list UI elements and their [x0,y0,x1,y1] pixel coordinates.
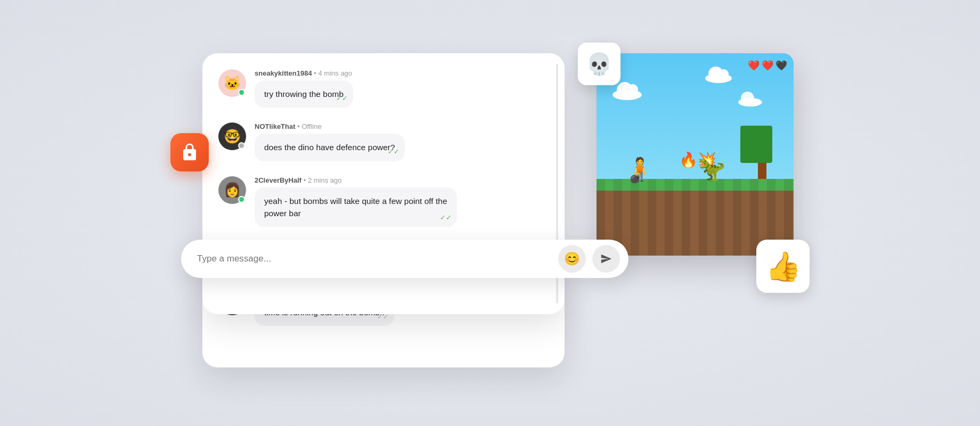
message-row: 🤓 NOTlikeThat • Offline does the dino ha… [218,122,549,161]
avatar-wrap: 👩 [218,176,246,204]
avatar-wrap: 🐱 [218,69,246,97]
username: sneakykitten1984 [255,69,312,77]
message-time-value: 2 mins ago [308,176,342,184]
message-time-value: 4 mins ago [318,69,352,77]
message-row: 🐱 sneakykitten1984 • 4 mins ago try thro… [218,69,549,108]
online-indicator [238,196,245,203]
heart-3: 🖤 [775,60,787,71]
skull-card: 💀 [578,43,620,85]
lock-button[interactable] [170,133,209,171]
message-text: does the dino have defence power? [264,143,395,152]
message-content: 2CleverByHalf • 2 mins ago yeah - but bo… [255,176,549,227]
game-screen: ❤️ ❤️ 🖤 🧍 💣 🔥💥 🦖 [597,53,794,256]
message-meta: sneakykitten1984 • 4 mins ago [255,69,549,77]
message-text: try throwing the bomb [264,89,344,99]
message-meta: NOTlikeThat • Offline [255,122,549,130]
thumbsup-card: 👍 [756,240,810,293]
skull-emoji: 💀 [586,52,612,77]
cloud [738,98,762,106]
game-panel: ❤️ ❤️ 🖤 🧍 💣 🔥💥 🦖 [597,53,794,256]
hearts-hud: ❤️ ❤️ 🖤 [748,60,787,71]
emoji-icon: 😊 [564,251,580,266]
input-area: 😊 [181,240,628,278]
message-bubble: does the dino have defence power? ✓✓ [255,134,405,161]
hero-character: 🧍 💣 [626,158,654,181]
read-ticks: ✓✓ [336,93,348,104]
message-bubble: yeah - but bombs will take quite a few p… [255,187,457,227]
tree-trunk [758,163,766,179]
tree-top [740,126,772,163]
username: 2CleverByHalf [255,176,301,184]
send-button[interactable] [592,245,620,273]
message-time: • [304,176,308,184]
dino-character: 🦖 [698,158,725,181]
heart-1: ❤️ [748,60,760,71]
heart-2: ❤️ [762,60,773,71]
chat-messages: 🐱 sneakykitten1984 • 4 mins ago try thro… [202,53,565,237]
cloud [705,73,732,83]
message-text: yeah - but bombs will take quite a few p… [264,196,447,218]
message-content: NOTlikeThat • Offline does the dino have… [255,122,549,161]
lock-icon [180,143,199,162]
online-indicator [238,89,245,96]
message-content: sneakykitten1984 • 4 mins ago try throwi… [255,69,549,108]
read-ticks: ✓✓ [388,146,399,157]
offline-indicator [238,142,245,149]
message-row: 👩 2CleverByHalf • 2 mins ago yeah - but … [218,176,549,227]
emoji-button[interactable]: 😊 [558,245,586,273]
message-meta: 2CleverByHalf • 2 mins ago [255,176,549,184]
read-ticks: ✓✓ [440,212,452,223]
message-input[interactable] [197,253,552,264]
send-icon [600,253,612,265]
message-bubble: try throwing the bomb ✓✓ [255,80,353,108]
tree [752,126,772,179]
thumbsup-emoji: 👍 [765,250,801,283]
avatar-wrap: 🤓 [218,122,246,150]
username: NOTlikeThat [255,122,296,130]
message-time-value: Offline [301,122,321,130]
